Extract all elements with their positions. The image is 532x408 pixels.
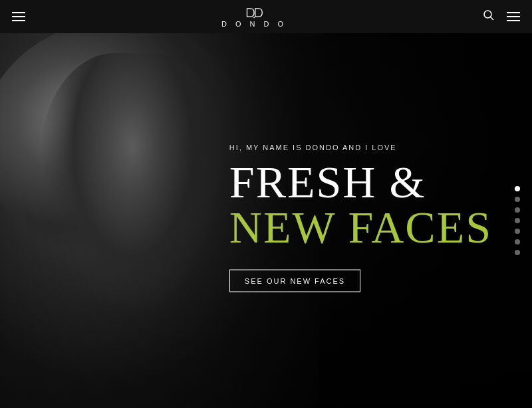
hero-content: HI, MY NAME IS DONDO AND I LOVE FRESH & … [229, 144, 492, 292]
dot-7[interactable] [515, 250, 520, 255]
svg-point-0 [253, 17, 255, 18]
site-logo[interactable]: D O N D O [221, 6, 287, 28]
hero-dots-nav [515, 186, 520, 255]
hamburger-right-button[interactable] [507, 12, 520, 21]
hamburger-left-button[interactable] [12, 12, 25, 21]
dot-2[interactable] [515, 197, 520, 202]
nav-right-controls [483, 9, 520, 24]
dot-3[interactable] [515, 207, 520, 213]
see-new-faces-button[interactable]: SEE OUR NEW FACES [229, 270, 360, 292]
hero-title-line2: NEW FACES [229, 205, 492, 250]
hero-title-line1: FRESH & [229, 159, 492, 205]
dot-6[interactable] [515, 239, 520, 245]
dot-4[interactable] [515, 218, 520, 223]
hero-subtitle: HI, MY NAME IS DONDO AND I LOVE [229, 144, 492, 152]
search-button[interactable] [483, 9, 495, 24]
dot-5[interactable] [515, 229, 520, 234]
dot-1[interactable] [515, 186, 520, 191]
navbar: D O N D O [0, 0, 532, 33]
hero-section: HI, MY NAME IS DONDO AND I LOVE FRESH & … [0, 33, 532, 408]
svg-line-2 [490, 17, 493, 21]
svg-point-1 [484, 11, 491, 18]
logo-text: D O N D O [221, 20, 287, 28]
